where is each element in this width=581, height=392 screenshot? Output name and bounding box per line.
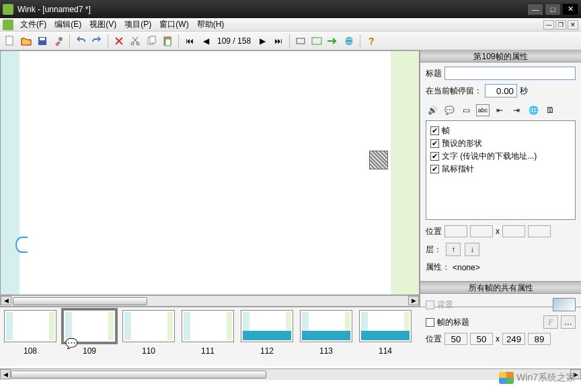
bottom-hscroll[interactable]: ◀ ▶ bbox=[0, 368, 581, 380]
scroll-thumb[interactable] bbox=[11, 370, 266, 379]
canvas[interactable] bbox=[0, 50, 420, 295]
zoom-fit-icon[interactable] bbox=[293, 34, 308, 48]
shape-icon[interactable]: ▭ bbox=[459, 104, 473, 116]
undo-icon[interactable] bbox=[73, 34, 88, 48]
title-input[interactable] bbox=[444, 67, 576, 80]
thumbnail-109[interactable]: 💬109 bbox=[63, 310, 116, 356]
background-preview[interactable] bbox=[553, 298, 576, 311]
window-title: Wink - [unnamed7 *] bbox=[17, 5, 527, 14]
copy-icon[interactable] bbox=[144, 34, 159, 48]
elements-list[interactable]: ✔帧 ✔预设的形状 ✔文字 (传说中的下载地址...) ✔鼠标指针 bbox=[426, 120, 576, 220]
check-frame-label: 帧 bbox=[442, 125, 450, 136]
help-icon[interactable]: ? bbox=[364, 34, 379, 48]
svg-rect-7 bbox=[150, 36, 155, 43]
menubar: 文件(F) 编辑(E) 视图(V) 项目(P) 窗口(W) 帮助(H) — ❐ … bbox=[0, 18, 581, 32]
layer-up-button[interactable]: ↑ bbox=[446, 243, 461, 256]
callout-icon[interactable]: 💬 bbox=[442, 104, 456, 116]
goto-prev-icon[interactable]: ⇤ bbox=[493, 104, 506, 116]
check-frame-title[interactable] bbox=[426, 318, 434, 327]
properties-panel: 第109帧的属性 标题 在当前帧停留： 秒 🔊 💬 ▭ abc ⇤ ⇥ 🌐 🖻 bbox=[420, 50, 581, 307]
delete-icon[interactable] bbox=[112, 34, 126, 48]
image-icon[interactable]: 🖻 bbox=[543, 104, 557, 116]
stay-input[interactable] bbox=[485, 84, 517, 97]
thumbnail-108[interactable]: 108 bbox=[4, 310, 56, 356]
doc-icon bbox=[3, 19, 13, 30]
thumbnail-110[interactable]: 110 bbox=[122, 310, 175, 356]
menu-view[interactable]: 视图(V) bbox=[85, 17, 120, 32]
canvas-right-margin bbox=[391, 51, 419, 295]
sound-icon[interactable]: 🔊 bbox=[426, 104, 439, 116]
thumbnail-label: 112 bbox=[241, 346, 293, 356]
svg-point-5 bbox=[137, 42, 139, 45]
pos-x2[interactable] bbox=[502, 225, 525, 237]
web-icon[interactable] bbox=[342, 34, 356, 48]
shared-pos-x2[interactable] bbox=[502, 333, 525, 345]
title-label: 标题 bbox=[426, 68, 442, 79]
scroll-thumb[interactable] bbox=[13, 297, 147, 305]
menu-file[interactable]: 文件(F) bbox=[16, 17, 50, 32]
check-text[interactable]: ✔ bbox=[430, 152, 439, 161]
last-icon[interactable]: ⏭ bbox=[271, 34, 286, 48]
shared-pos-sep: x bbox=[496, 334, 500, 344]
new-icon[interactable] bbox=[3, 34, 17, 48]
scroll-right-icon[interactable]: ▶ bbox=[408, 296, 419, 305]
next-icon[interactable]: ▶ bbox=[255, 34, 270, 48]
panel-icon-row: 🔊 💬 ▭ abc ⇤ ⇥ 🌐 🖻 bbox=[426, 102, 576, 120]
textbox-icon[interactable]: abc bbox=[476, 104, 490, 116]
pos-y2[interactable] bbox=[528, 225, 551, 237]
selection-rect[interactable] bbox=[369, 151, 388, 169]
first-icon[interactable]: ⏮ bbox=[182, 34, 197, 48]
thumbnail-112[interactable]: 112 bbox=[241, 310, 293, 356]
menu-project[interactable]: 项目(P) bbox=[120, 17, 155, 32]
zoom-actual-icon[interactable] bbox=[309, 34, 324, 48]
shared-pos-y1[interactable] bbox=[470, 333, 493, 345]
thumbnail-111[interactable]: 111 bbox=[182, 310, 234, 356]
pos-x1[interactable] bbox=[444, 225, 467, 237]
render-icon[interactable] bbox=[325, 34, 340, 48]
scroll-left-icon[interactable]: ◀ bbox=[0, 369, 11, 379]
menu-help[interactable]: 帮助(H) bbox=[193, 17, 229, 32]
check-frame[interactable]: ✔ bbox=[430, 126, 439, 135]
scroll-left-icon[interactable]: ◀ bbox=[1, 296, 11, 305]
thumbnail-114[interactable]: 114 bbox=[359, 310, 412, 356]
check-cursor-label: 鼠标指针 bbox=[442, 163, 474, 175]
redo-icon[interactable] bbox=[89, 34, 104, 48]
shared-pos-x1[interactable] bbox=[444, 333, 467, 345]
svg-rect-10 bbox=[297, 38, 305, 44]
open-icon[interactable] bbox=[19, 34, 34, 48]
stay-unit: 秒 bbox=[520, 85, 528, 97]
titlebar: Wink - [unnamed7 *] — □ ✕ bbox=[0, 0, 581, 18]
canvas-hscroll[interactable]: ◀ ▶ bbox=[0, 295, 420, 307]
thumbnail-113[interactable]: 113 bbox=[300, 310, 352, 356]
mdi-close[interactable]: ✕ bbox=[568, 20, 578, 30]
close-button[interactable]: ✕ bbox=[562, 3, 578, 15]
toolbar: ⏮ ◀ 109 / 158 ▶ ⏭ ? bbox=[0, 32, 581, 50]
mdi-minimize[interactable]: — bbox=[543, 20, 554, 30]
menu-window[interactable]: 窗口(W) bbox=[155, 17, 192, 32]
layer-down-button[interactable]: ↓ bbox=[465, 243, 479, 256]
goto-url-icon[interactable]: 🌐 bbox=[527, 104, 540, 116]
cut-icon[interactable] bbox=[128, 34, 143, 48]
svg-text:?: ? bbox=[369, 36, 375, 46]
maximize-button[interactable]: □ bbox=[545, 3, 561, 15]
prev-icon[interactable]: ◀ bbox=[198, 34, 213, 48]
thumbnail-label: 108 bbox=[4, 346, 56, 356]
thumbnail-label: 114 bbox=[359, 346, 412, 356]
flag-icon bbox=[499, 372, 514, 384]
pos-y1[interactable] bbox=[470, 225, 493, 237]
mdi-restore[interactable]: ❐ bbox=[555, 20, 566, 30]
tools-icon[interactable] bbox=[51, 34, 66, 48]
goto-next-icon[interactable]: ⇥ bbox=[510, 104, 523, 116]
check-cursor[interactable]: ✔ bbox=[430, 165, 439, 173]
more-button[interactable]: … bbox=[561, 315, 576, 329]
panel-header: 第109帧的属性 bbox=[420, 50, 581, 63]
font-button[interactable]: F bbox=[543, 315, 558, 329]
paste-icon[interactable] bbox=[160, 34, 175, 48]
check-background[interactable] bbox=[426, 301, 434, 309]
minimize-button[interactable]: — bbox=[527, 3, 543, 15]
save-icon[interactable] bbox=[35, 34, 50, 48]
menu-edit[interactable]: 编辑(E) bbox=[50, 17, 85, 32]
thumbnail-label: 110 bbox=[122, 346, 175, 356]
check-preset[interactable]: ✔ bbox=[430, 139, 439, 148]
shared-pos-y2[interactable] bbox=[528, 333, 551, 345]
